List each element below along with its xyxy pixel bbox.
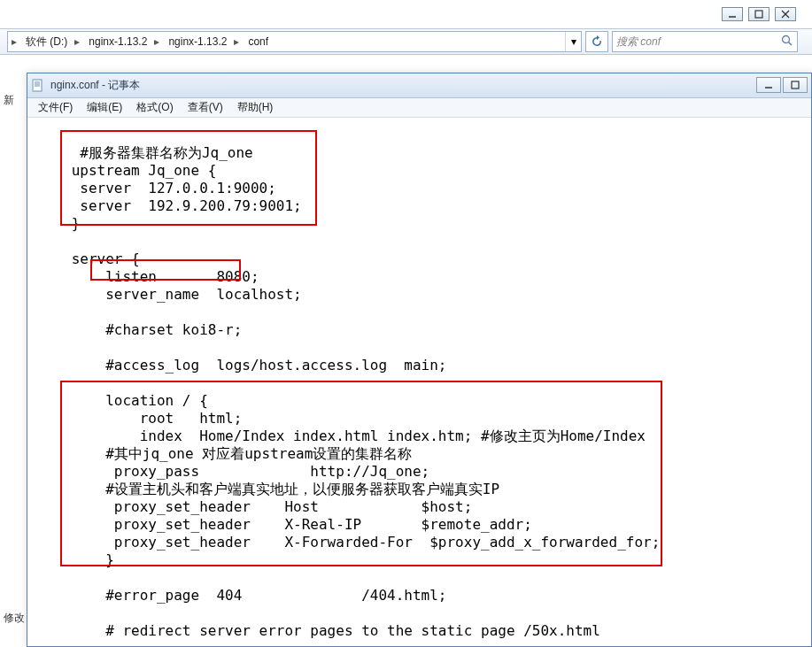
svg-rect-1 <box>755 11 762 18</box>
chevron-right-icon: ▸ <box>151 35 163 48</box>
breadcrumb-item-2[interactable]: nginx-1.13.2 <box>163 32 230 51</box>
breadcrumb-item-1[interactable]: nginx-1.13.2 <box>83 32 151 51</box>
chevron-right-icon[interactable]: ▸ <box>8 35 20 48</box>
menu-view[interactable]: 查看(V) <box>181 98 230 117</box>
menu-help[interactable]: 帮助(H) <box>230 98 281 117</box>
menu-file[interactable]: 文件(F) <box>31 98 80 117</box>
refresh-button[interactable] <box>585 31 608 52</box>
sidebar-item-modify[interactable]: 修改 <box>4 611 25 626</box>
breadcrumb-item-0[interactable]: 软件 (D:) <box>20 32 71 51</box>
notepad-content[interactable]: #服务器集群名称为Jq_one upstream Jq_one { server… <box>27 118 811 646</box>
refresh-icon <box>591 35 603 48</box>
sidebar-item-new[interactable]: 新 <box>4 93 14 108</box>
notepad-window: nginx.conf - 记事本 文件(F) 编辑(E) 格式(O) 查看(V)… <box>27 73 812 647</box>
search-input[interactable] <box>616 35 793 48</box>
explorer-address-bar: ▸ 软件 (D:) ▸ nginx-1.13.2 ▸ nginx-1.13.2 … <box>0 28 812 55</box>
menu-format[interactable]: 格式(O) <box>129 98 180 117</box>
svg-line-5 <box>789 42 793 45</box>
close-button[interactable] <box>775 7 796 21</box>
maximize-button[interactable] <box>748 7 769 21</box>
parent-window-controls <box>722 7 796 21</box>
search-box[interactable] <box>612 31 798 52</box>
notepad-menubar: 文件(F) 编辑(E) 格式(O) 查看(V) 帮助(H) <box>27 98 811 118</box>
notepad-titlebar[interactable]: nginx.conf - 记事本 <box>27 73 811 98</box>
svg-point-4 <box>783 35 790 42</box>
chevron-right-icon: ▸ <box>230 35 243 48</box>
chevron-right-icon: ▸ <box>71 35 83 48</box>
notepad-title: nginx.conf - 记事本 <box>50 78 140 93</box>
svg-rect-10 <box>32 80 34 91</box>
breadcrumb-dropdown-icon[interactable]: ▾ <box>565 32 581 51</box>
search-icon[interactable] <box>781 35 793 50</box>
breadcrumb-item-3[interactable]: conf <box>243 32 272 51</box>
code-text[interactable]: #服务器集群名称为Jq_one upstream Jq_one { server… <box>27 127 811 640</box>
notepad-icon <box>31 79 45 93</box>
notepad-minimize-button[interactable] <box>756 77 781 93</box>
notepad-window-controls <box>756 77 808 93</box>
notepad-maximize-button[interactable] <box>783 77 808 93</box>
svg-rect-12 <box>792 81 799 89</box>
breadcrumb[interactable]: ▸ 软件 (D:) ▸ nginx-1.13.2 ▸ nginx-1.13.2 … <box>7 31 582 52</box>
minimize-button[interactable] <box>722 7 743 21</box>
menu-edit[interactable]: 编辑(E) <box>80 98 129 117</box>
